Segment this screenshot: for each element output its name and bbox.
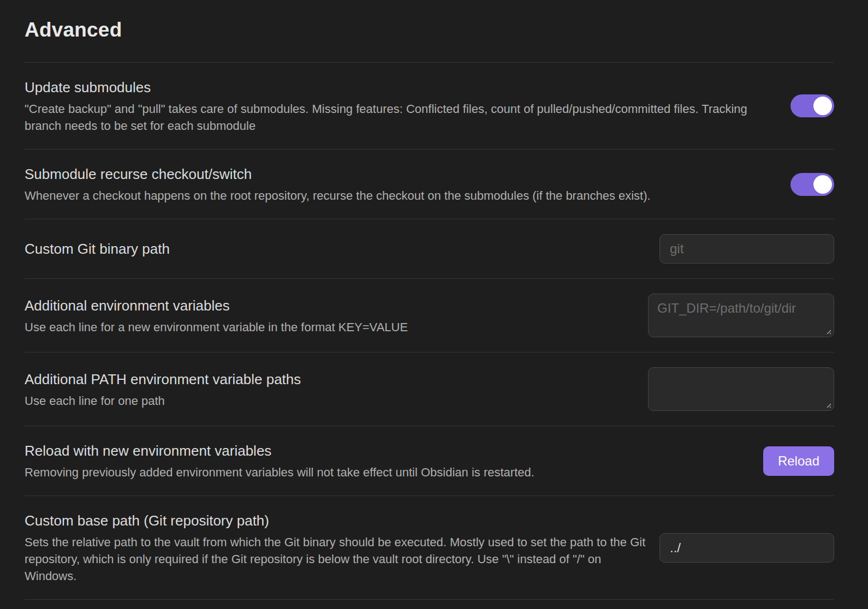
setting-name: Update submodules [25,77,778,97]
settings-list: Update submodules "Create backup" and "p… [25,62,834,600]
git-binary-path-input[interactable] [659,234,834,264]
setting-description: Sets the relative path to the vault from… [25,534,647,584]
resize-handle-icon[interactable] [824,401,832,409]
settings-page: Advanced Update submodules "Create backu… [0,0,868,609]
setting-name: Additional PATH environment variable pat… [25,369,636,389]
textarea-wrap [648,294,834,337]
setting-control: Reload [763,446,834,476]
submodule-recurse-toggle[interactable] [790,173,834,196]
env-variables-textarea[interactable] [648,294,834,337]
update-submodules-toggle[interactable] [790,94,834,117]
setting-control [648,367,834,411]
setting-control [659,533,834,563]
setting-description: "Create backup" and "pull" takes care of… [25,100,778,134]
setting-info: Additional PATH environment variable pat… [25,369,636,409]
setting-update-submodules: Update submodules "Create backup" and "p… [25,62,834,149]
setting-name: Custom Git binary path [25,239,647,259]
setting-submodule-recurse-checkout: Submodule recurse checkout/switch Whenev… [25,149,834,219]
resize-handle-icon[interactable] [824,327,832,335]
setting-name: Additional environment variables [25,296,636,315]
setting-control [790,173,834,196]
custom-base-path-input[interactable] [659,533,834,563]
setting-additional-env-variables: Additional environment variables Use eac… [25,278,834,352]
setting-name: Custom base path (Git repository path) [25,511,647,530]
setting-info: Update submodules "Create backup" and "p… [25,77,778,134]
setting-control [648,294,834,337]
setting-name: Reload with new environment variables [25,441,751,461]
setting-additional-path-env-paths: Additional PATH environment variable pat… [25,352,834,426]
setting-description: Removing previously added environment va… [25,464,751,481]
setting-description: Use each line for one path [25,392,636,409]
reload-button[interactable]: Reload [763,446,834,476]
setting-description: Whenever a checkout happens on the root … [25,187,778,204]
setting-custom-base-path: Custom base path (Git repository path) S… [25,495,834,600]
setting-custom-git-binary-path: Custom Git binary path [25,219,834,278]
setting-reload-env-variables: Reload with new environment variables Re… [25,426,834,495]
setting-info: Custom Git binary path [25,239,647,259]
setting-info: Submodule recurse checkout/switch Whenev… [25,164,778,204]
setting-control [790,94,834,117]
path-env-paths-textarea[interactable] [648,367,834,411]
setting-info: Additional environment variables Use eac… [25,296,636,336]
setting-name: Submodule recurse checkout/switch [25,164,778,184]
textarea-wrap [648,367,834,411]
toggle-knob [813,175,832,194]
setting-info: Custom base path (Git repository path) S… [25,511,647,584]
page-title: Advanced [25,19,834,41]
toggle-knob [813,97,832,115]
setting-info: Reload with new environment variables Re… [25,441,751,481]
setting-control [659,234,834,264]
setting-description: Use each line for a new environment vari… [25,319,636,336]
